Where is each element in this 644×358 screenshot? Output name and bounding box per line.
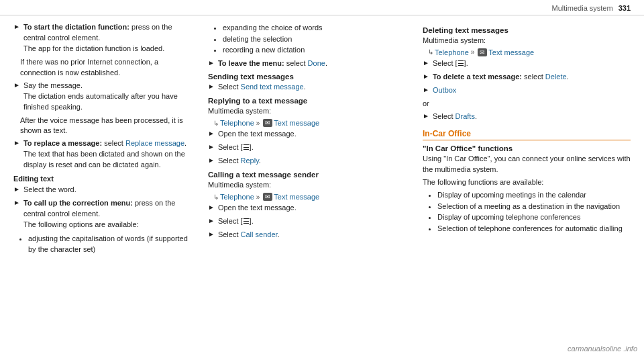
bullet-list: expanding the choice of words deleting t… [223,22,404,56]
item-text: Select Call sender. [218,230,280,240]
item-text: Select [☰]. [218,216,254,227]
list-item: deleting the selection [223,34,404,45]
system-label3: Multimedia system: [423,36,631,46]
or-text: or [423,99,631,109]
arrow-icon: ► [13,185,20,193]
outbox-link[interactable]: Outbox [433,86,456,94]
list-item: Display of upcoming meetings in the cale… [437,189,631,201]
arrow-icon: ► [13,199,20,206]
arrow-icon: ► [208,217,215,224]
nav-arrow2: » [256,193,260,201]
list-item: ► Select [☰]. [423,58,631,69]
incar-intro: Using "In Car Office", you can connect y… [423,154,631,175]
telephone-link3[interactable]: Telephone [435,48,469,56]
reply-link[interactable]: Reply [241,156,259,165]
list-item: recording a new dictation [223,44,404,56]
nav-path: ↳ Telephone » ✉ Text message [213,119,404,127]
incar-header: In-Car Office [423,129,631,140]
item-text: Select Send text message. [218,82,306,93]
item-text: Select [☰]. [433,58,468,69]
arrow-icon: ► [208,230,215,238]
list-item: expanding the choice of words [223,22,404,34]
list-item: Display of upcoming telephone conference… [437,212,631,223]
arrow-icon: ► [208,83,215,90]
nav-path2: ↳ Telephone » ✉ Text message [213,193,404,201]
incar-bullet-list: Display of upcoming meetings in the cale… [437,189,631,234]
header: Multimedia system 331 [0,0,644,15]
telephone-link[interactable]: Telephone [220,119,254,127]
deleting-title: Deleting text messages [423,26,631,34]
list-item: ► Select Drafts. [423,111,631,122]
item-text: Select Drafts. [433,111,477,122]
item-text: Open the text message. [218,129,297,140]
arrow-icon: ► [423,112,429,120]
item-text: Outbox [433,85,456,96]
incar-title: In-Car Office [423,129,471,138]
arrow-icon: ► [208,59,215,66]
message-icon3: ✉ [478,48,487,56]
bullet-list: adjusting the capitalisation of words (i… [28,233,196,255]
list-item: ► Open the text message. [208,203,404,214]
system-label: Multimedia system: [208,106,404,117]
drafts-link[interactable]: Drafts [455,112,475,120]
bold-label: To delete a text message: [433,73,522,81]
arrow-icon: ► [208,130,215,137]
list-item: ► Select Call sender. [208,230,404,240]
item-text: To leave the menu: select Done. [218,58,327,69]
item-text: Select Reply. [218,156,261,167]
replying-title: Replying to a text message [208,97,404,105]
list-item: adjusting the capitalisation of words (i… [28,233,196,255]
item-text: Say the message. The dictation ends auto… [23,81,196,113]
telephone-link2[interactable]: Telephone [220,193,254,201]
text-message-link2[interactable]: Text message [274,193,319,201]
bold-label: To leave the menu: [218,59,284,67]
arrow-icon: ► [423,86,429,93]
list-item: ► To call up the correction menu: press … [13,198,196,230]
incar-functions-title: "In Car Office" functions [423,144,631,152]
delete-link[interactable]: Delete [545,73,567,81]
system-label2: Multimedia system: [208,180,404,191]
text-message-link[interactable]: Text message [274,119,319,127]
bold-label: To replace a message: [23,139,102,147]
right-column: Deleting text messages Multimedia system… [416,22,631,351]
calling-title: Calling a text message sender [208,171,404,179]
bold-label: To call up the correction menu: [23,199,133,207]
message-icon2: ✉ [263,193,272,201]
call-sender-link[interactable]: Call sender [241,230,278,238]
arrow-icon: ► [423,59,429,66]
arrow-icon: ► [13,81,20,89]
nav-start-icon3: ↳ [428,48,433,56]
list-item: Selection of a meeting as a destination … [437,201,631,212]
list-item: ► Select Send text message. [208,82,404,93]
message-icon: ✉ [263,119,272,127]
item-text: To call up the correction menu: press on… [23,198,196,230]
list-item: ► Select Reply. [208,156,404,167]
list-item: ► To leave the menu: select Done. [208,58,404,69]
item-text: Select [☰]. [218,142,254,153]
list-item: ► To replace a message: select Replace m… [13,138,196,171]
arrow-icon: ► [208,156,215,164]
send-link[interactable]: Send text message [241,83,304,91]
bold-label: To start the dictation function: [23,23,129,31]
nav-start-icon: ↳ [213,120,219,127]
list-item: ► To delete a text message: select Delet… [423,72,631,83]
item-text: Select the word. [23,185,76,195]
sending-title: Sending text messages [208,73,404,81]
done-link[interactable]: Done [308,59,325,67]
text-message-link3[interactable]: Text message [488,48,534,56]
item-text: To start the dictation function: press o… [23,22,196,54]
list-item: ► Open the text message. [208,129,404,140]
list-item: ► To start the dictation function: press… [13,22,196,54]
plain-text: After the voice message has been process… [20,116,196,137]
content: ► To start the dictation function: press… [0,15,644,358]
replace-link[interactable]: Replace mes­sage [125,139,184,147]
arrow-icon: ► [423,73,429,80]
header-title: Multimedia system [552,4,613,12]
plain-text: If there was no prior Internet connectio… [20,57,196,79]
item-text: To delete a text message: select Delete. [433,72,569,83]
list-item: ► Select [☰]. [208,142,404,153]
arrow-icon: ► [13,23,20,30]
page: Multimedia system 331 ► To start the dic… [0,0,644,358]
list-item: Selection of telephone conferences for a… [437,223,631,234]
left-column: ► To start the dictation function: press… [13,22,208,351]
